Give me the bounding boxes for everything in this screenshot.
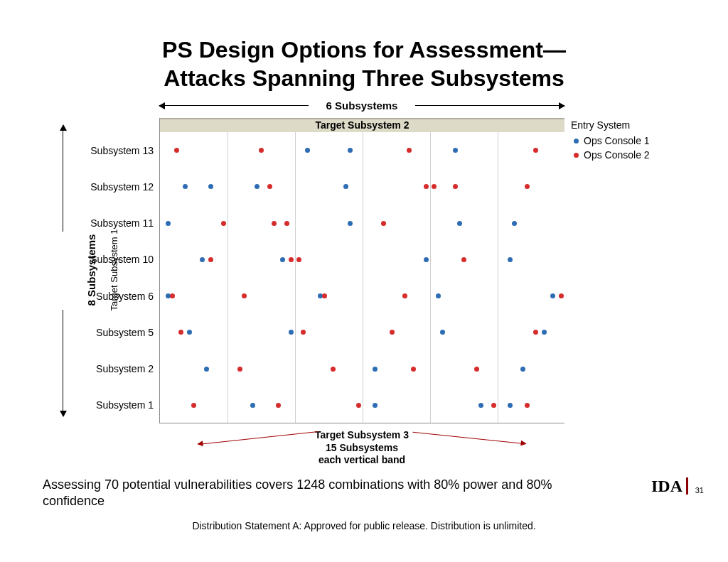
data-point xyxy=(208,184,213,189)
y-tick-label: Subsystem 12 xyxy=(75,181,154,193)
data-point xyxy=(550,293,555,298)
data-point xyxy=(402,293,407,298)
legend: Entry System Ops Console 1Ops Console 2 xyxy=(571,118,650,162)
data-point xyxy=(259,148,264,153)
arrow-up-icon xyxy=(63,125,63,232)
distribution-statement: Distribution Statement A: Approved for p… xyxy=(0,520,728,531)
data-point xyxy=(284,221,289,226)
data-point xyxy=(289,330,294,335)
legend-dot-icon xyxy=(574,153,579,158)
data-point xyxy=(178,330,183,335)
data-point xyxy=(559,293,564,298)
data-point xyxy=(508,403,513,408)
page-number: 31 xyxy=(695,486,704,495)
data-point xyxy=(267,184,272,189)
data-point xyxy=(237,367,242,372)
chart-panel: Target Subsystem 2 xyxy=(159,118,564,423)
data-point xyxy=(183,184,188,189)
y-tick-label: Subsystem 10 xyxy=(75,254,154,265)
top-axis-annotation: 6 Subsystems xyxy=(159,99,564,112)
data-point xyxy=(453,184,458,189)
plot-area xyxy=(160,132,564,423)
title-line-2: Attacks Spanning Three Subsystems xyxy=(164,65,564,91)
slide-title: PS Design Options for Assessment— Attack… xyxy=(0,36,728,92)
data-point xyxy=(296,257,301,262)
bottom-label-1: Target Subsystem 3 xyxy=(159,429,564,442)
arrow-left-icon xyxy=(159,105,309,106)
data-point xyxy=(373,367,378,372)
y-tick-label: Subsystem 5 xyxy=(75,327,154,338)
data-point xyxy=(343,184,348,189)
panel-divider xyxy=(228,132,228,423)
data-point xyxy=(424,184,429,189)
y-tick-label: Subsystem 6 xyxy=(75,291,154,302)
legend-label: Ops Console 2 xyxy=(584,149,650,161)
data-point xyxy=(322,293,327,298)
data-point xyxy=(174,148,179,153)
data-point xyxy=(525,184,530,189)
data-point xyxy=(525,403,530,408)
data-point xyxy=(280,257,285,262)
panel-divider xyxy=(498,132,498,423)
bottom-label-3: each vertical band xyxy=(159,454,564,467)
data-point xyxy=(170,293,175,298)
data-point xyxy=(204,367,209,372)
data-point xyxy=(533,330,538,335)
data-point xyxy=(542,330,547,335)
data-point xyxy=(255,184,259,189)
data-point xyxy=(411,367,416,372)
top-axis-label: 6 Subsystems xyxy=(326,99,398,112)
data-point xyxy=(301,330,306,335)
legend-label: Ops Console 1 xyxy=(584,135,650,146)
arrow-down-icon xyxy=(63,310,63,416)
y-axis-labels: Subsystem 13Subsystem 12Subsystem 11Subs… xyxy=(78,132,156,423)
legend-item: Ops Console 2 xyxy=(571,148,650,162)
y-tick-label: Subsystem 1 xyxy=(75,399,154,411)
data-point xyxy=(461,257,466,262)
y-tick-label: Subsystem 11 xyxy=(75,217,154,229)
data-point xyxy=(348,221,353,226)
data-point xyxy=(390,330,395,335)
data-point xyxy=(407,148,412,153)
data-point xyxy=(200,257,205,262)
data-point xyxy=(166,221,171,226)
panel-divider xyxy=(430,132,431,423)
y-tick-label: Subsystem 13 xyxy=(75,145,154,156)
data-point xyxy=(457,221,462,226)
data-point xyxy=(508,257,513,262)
data-point xyxy=(432,184,437,189)
data-point xyxy=(440,330,445,335)
data-point xyxy=(191,403,196,408)
data-point xyxy=(331,367,336,372)
data-point xyxy=(250,403,255,408)
data-point xyxy=(242,293,247,298)
data-point xyxy=(520,367,525,372)
data-point xyxy=(272,221,277,226)
facet-strip-header: Target Subsystem 2 xyxy=(160,118,564,132)
data-point xyxy=(221,221,226,226)
data-point xyxy=(381,221,386,226)
data-point xyxy=(348,148,353,153)
data-point xyxy=(289,257,294,262)
data-point xyxy=(356,403,361,408)
data-point xyxy=(436,293,441,298)
assessment-text: Assessing 70 potential vulnerabilities c… xyxy=(43,477,555,510)
arrow-right-icon xyxy=(415,105,564,106)
data-point xyxy=(305,148,310,153)
data-point xyxy=(424,257,429,262)
legend-dot-icon xyxy=(574,139,579,144)
data-point xyxy=(533,148,538,153)
data-point xyxy=(276,403,281,408)
data-point xyxy=(453,148,458,153)
y-tick-label: Subsystem 2 xyxy=(75,363,154,374)
panel-divider xyxy=(363,132,363,423)
panel-divider xyxy=(295,132,296,423)
bottom-annotation: Target Subsystem 3 15 Subsystems each ve… xyxy=(159,429,564,467)
data-point xyxy=(373,403,378,408)
legend-item: Ops Console 1 xyxy=(571,134,650,148)
legend-title: Entry System xyxy=(571,118,650,132)
data-point xyxy=(512,221,517,226)
title-line-1: PS Design Options for Assessment— xyxy=(162,37,566,63)
data-point xyxy=(208,257,213,262)
data-point xyxy=(478,403,483,408)
